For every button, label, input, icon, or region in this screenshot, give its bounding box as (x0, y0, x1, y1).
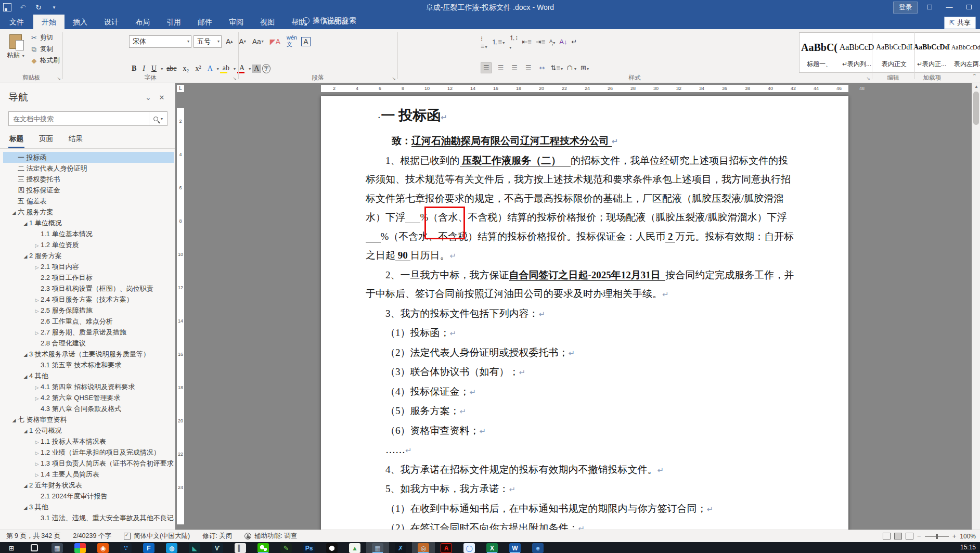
zoom-out-icon[interactable]: − (917, 532, 921, 540)
tab-布局[interactable]: 布局 (127, 15, 158, 29)
bold-icon[interactable]: B (129, 64, 139, 73)
nav-item[interactable]: ◢3 其他 (3, 501, 174, 512)
nav-item[interactable]: 三 授权委托书 (3, 174, 174, 185)
collapse-arrow-icon[interactable]: ◢ (22, 481, 29, 491)
sprout-app[interactable]: ▲ (343, 542, 366, 553)
nav-item[interactable]: ▷1.2 业绩（近年承担的项目及完成情况） (3, 447, 174, 458)
tab-file[interactable]: 文件 (0, 15, 33, 29)
collapse-arrow-icon[interactable]: ◢ (22, 426, 29, 436)
tab-selector[interactable]: L (177, 85, 184, 92)
collapse-arrow-icon[interactable]: ◢ (22, 251, 29, 261)
style-表内左两...[interactable]: AaBbCcDdEe表内左两... (951, 35, 980, 70)
calculator-app[interactable]: ▦ (46, 542, 69, 553)
cut-button[interactable]: ✂剪切 (30, 33, 60, 42)
nav-item[interactable]: 2.6 工作重点、难点分析 (3, 316, 174, 327)
tab-设计[interactable]: 设计 (96, 15, 127, 29)
nav-tab-结果[interactable]: 结果 (68, 132, 84, 148)
nav-item[interactable]: 2.8 合理化建议 (3, 338, 174, 349)
document-canvas[interactable]: .一 投标函↵致：辽河石油勘探局有限公司辽河工程技术分公司 ↵1、根据已收到的 … (186, 94, 972, 530)
tab-视图[interactable]: 视图 (252, 15, 283, 29)
tab-插入[interactable]: 插入 (65, 15, 96, 29)
grow-font-icon[interactable]: A▴ (224, 36, 235, 47)
nav-item[interactable]: 二 法定代表人身份证明 (3, 163, 174, 174)
expand-arrow-icon[interactable]: ▷ (33, 448, 41, 458)
nav-item[interactable]: ◢2 服务方案 (3, 250, 174, 261)
ribbon-display-options-icon[interactable] (922, 2, 937, 13)
subscript-icon[interactable]: x₂ (180, 64, 192, 73)
vg-app[interactable]: Ѵ (206, 542, 229, 553)
expand-arrow-icon[interactable]: ▷ (33, 393, 41, 403)
font-dialog-launcher-icon[interactable]: ↘ (233, 76, 237, 81)
strikethrough-icon[interactable]: abc (164, 64, 179, 73)
nav-item[interactable]: ◢3 技术服务承诺（主要说明服务质量等） (3, 349, 174, 359)
nav-item[interactable]: ▷4.1 第四章 招标说明及资料要求 (3, 381, 174, 392)
vertical-ruler[interactable]: 24681012141618202224 (175, 94, 186, 530)
collapse-arrow-icon[interactable]: ◢ (22, 503, 29, 512)
nav-item[interactable]: ▷2.7 服务期、质量承诺及措施 (3, 327, 174, 338)
start-button[interactable]: ⊞ (0, 542, 23, 553)
scrollbar-thumb[interactable] (973, 92, 979, 125)
copy-button[interactable]: ⧉复制 (30, 45, 60, 54)
expand-arrow-icon[interactable]: ▷ (33, 328, 41, 338)
excel-app[interactable]: X (481, 542, 504, 553)
collapse-arrow-icon[interactable]: ◢ (10, 208, 18, 217)
zoom-level[interactable]: 100% (960, 533, 978, 540)
tell-me-search[interactable]: 操作说明搜索 (291, 15, 362, 29)
nav-item[interactable]: ◢1 单位概况 (3, 217, 174, 228)
nav-item[interactable]: ▷2.5 服务保障措施 (3, 305, 174, 316)
horizontal-ruler[interactable]: 2468101214161820222426283032343638404244… (186, 83, 972, 94)
nav-item[interactable]: 2.1 2024年度审计报告 (3, 491, 174, 501)
nav-item[interactable]: ▷1.3 项目负责人简历表（证书不符合初评要求） (3, 458, 174, 469)
nav-item[interactable]: ▷1.2 单位资质 (3, 239, 174, 250)
collapse-ribbon-icon[interactable]: ⌃ (972, 73, 977, 80)
page-indicator[interactable]: 第 9 页，共 342 页 (0, 532, 67, 541)
tab-引用[interactable]: 引用 (158, 15, 189, 29)
nav-item[interactable]: ▷2.1 项目内容 (3, 261, 174, 272)
nav-item[interactable]: 四 投标保证金 (3, 185, 174, 196)
nav-tab-标题[interactable]: 标题 (8, 132, 24, 148)
nav-search-dropdown[interactable]: ▾ (149, 112, 167, 125)
clipboard-dialog-launcher-icon[interactable]: ↘ (57, 76, 61, 81)
nav-item[interactable]: ◢1 公司概况 (3, 425, 174, 436)
netdisk-app[interactable]: ◍ (160, 542, 183, 553)
nav-item[interactable]: 4.3 第八章 合同条款及格式 (3, 403, 174, 414)
underline-icon[interactable]: U (149, 64, 159, 73)
active-orange-app[interactable]: ◎ (412, 542, 435, 553)
paste-button[interactable]: 粘贴 ▾ (4, 33, 27, 72)
scroll-up-icon[interactable]: ▲ (972, 84, 980, 89)
nav-item[interactable]: ◢六 服务方案 (3, 207, 174, 217)
style-标题一、[interactable]: AaBbC(标题一、 (801, 35, 837, 70)
format-painter-button[interactable]: ◆格式刷 (30, 56, 60, 65)
teal-triangle-app[interactable]: ◣ (183, 542, 206, 553)
share-button[interactable]: ⇱ 共享 (944, 17, 976, 29)
nav-item[interactable]: 3.1 第五章 技术标准和要求 (3, 359, 174, 370)
nav-item[interactable]: 3.1 违法、违规、重大安全事故及其他不良记... (3, 512, 174, 523)
vertical-scrollbar[interactable]: ▲ (972, 83, 980, 530)
blue-sketch-app[interactable]: ✗ (389, 542, 412, 553)
collapse-arrow-icon[interactable]: ◢ (10, 415, 18, 425)
track-changes-status[interactable]: 修订: 关闭 (196, 532, 238, 541)
nav-item[interactable]: ◢4 其他 (3, 370, 174, 381)
proofing-status[interactable]: 简体中文(中国大陆) (118, 532, 196, 541)
blue-f-app[interactable]: F (137, 542, 160, 553)
minimize-button[interactable]: — (942, 2, 957, 13)
clock[interactable]: 15:15 (960, 544, 976, 551)
expand-arrow-icon[interactable]: ▷ (33, 470, 41, 480)
nav-item[interactable]: 2.2 项目工作目标 (3, 272, 174, 283)
restore-button[interactable] (961, 2, 977, 13)
document-page[interactable]: .一 投标函↵致：辽河石油勘探局有限公司辽河工程技术分公司 ↵1、根据已收到的 … (321, 96, 848, 530)
expand-arrow-icon[interactable]: ▷ (33, 382, 41, 392)
expand-arrow-icon[interactable]: ▷ (33, 262, 41, 272)
pen-app[interactable]: ✎ (275, 542, 298, 553)
wechat-app[interactable] (252, 542, 275, 553)
font-name-combo[interactable]: 宋体▾ (129, 35, 191, 48)
document-text[interactable]: .一 投标函↵致：辽河石油勘探局有限公司辽河工程技术分公司 ↵1、根据已收到的 … (366, 104, 794, 530)
collapse-arrow-icon[interactable]: ◢ (22, 218, 29, 228)
collapse-arrow-icon[interactable]: ◢ (22, 371, 29, 381)
search-icon[interactable] (23, 542, 46, 553)
gray-device-app[interactable]: ▍ (229, 542, 252, 553)
nav-item[interactable]: ▷1.1 投标人基本情况表 (3, 436, 174, 447)
collapse-arrow-icon[interactable]: ◢ (22, 350, 29, 359)
zoom-in-icon[interactable]: + (952, 532, 957, 540)
browser-app[interactable]: ◯ (458, 542, 481, 553)
